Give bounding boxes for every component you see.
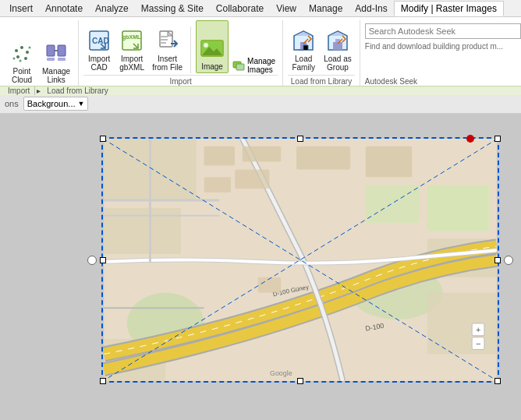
svg-text:gbXML: gbXML <box>122 34 141 41</box>
dropdown-arrow-icon: ▼ <box>78 100 85 108</box>
view-select[interactable]: Backgroun... ▼ <box>23 97 89 111</box>
manage-images-icon <box>232 59 245 72</box>
insert-from-file-button[interactable]: Insertfrom File <box>149 20 186 73</box>
handle-bottom[interactable] <box>297 378 303 384</box>
group-inner-import: CAD ImportCAD gbXML <box>83 20 278 73</box>
ribbon-bottom-import: Import <box>3 86 35 95</box>
svg-rect-18 <box>160 39 168 41</box>
menu-annotate[interactable]: Annotate <box>39 2 89 16</box>
handle-top[interactable] <box>297 136 303 142</box>
menu-collaborate[interactable]: Collaborate <box>210 2 270 16</box>
manage-links-label: ManageLinks <box>42 67 70 84</box>
circle-handle-right[interactable] <box>504 256 513 265</box>
canvas-area: D-100 D-100 Güney Google + − <box>0 114 521 420</box>
menu-manage[interactable]: Manage <box>303 2 349 16</box>
insert-file-icon <box>155 28 180 53</box>
import-gbxml-icon: gbXML <box>119 28 144 53</box>
manage-links-icon <box>44 41 69 65</box>
load-family-button[interactable]: LoadFamily <box>288 20 319 73</box>
import-cad-icon: CAD <box>87 28 112 53</box>
group-inner-library: LoadFamily <box>288 20 355 73</box>
svg-text:Google: Google <box>270 369 292 377</box>
svg-point-4 <box>24 57 27 60</box>
menu-bar: Insert Annotate Analyze Massing & Site C… <box>0 0 521 17</box>
import-group-label: Import <box>83 75 278 86</box>
svg-rect-10 <box>47 58 55 61</box>
load-group-icon <box>325 28 350 53</box>
image-label: Image <box>201 62 223 71</box>
circle-handle-left[interactable] <box>87 256 97 265</box>
group-divider-import <box>190 26 191 73</box>
load-as-group-label: Load asGroup <box>324 55 352 72</box>
point-cloud-button[interactable]: PointCloud <box>6 33 37 86</box>
svg-point-1 <box>20 46 23 49</box>
svg-rect-39 <box>427 292 497 354</box>
map-container[interactable]: D-100 D-100 Güney Google + − <box>101 137 499 383</box>
red-indicator <box>466 135 474 143</box>
search-description: Find and download building product m... <box>365 42 521 51</box>
svg-rect-8 <box>47 45 55 56</box>
menu-view[interactable]: View <box>270 2 303 16</box>
menu-addins[interactable]: Add-Ins <box>349 2 393 16</box>
ribbon-bottom-arrow: ▸ <box>35 86 42 95</box>
point-cloud-icon <box>9 41 34 65</box>
menu-modify-raster[interactable]: Modify | Raster Images <box>394 1 504 16</box>
svg-point-5 <box>13 58 16 60</box>
import-gbxml-label: ImportgbXML <box>119 55 144 72</box>
svg-rect-52 <box>235 169 269 189</box>
load-as-group-button[interactable]: Load asGroup <box>321 20 355 73</box>
ribbon-top: PointCloud ManageLinks <box>0 17 521 86</box>
ribbon-group-links: PointCloud ManageLinks <box>3 20 79 86</box>
svg-rect-48 <box>243 146 281 162</box>
import-cad-button[interactable]: CAD ImportCAD <box>83 20 115 73</box>
handle-left[interactable] <box>100 257 106 263</box>
view-select-label: Backgroun... <box>27 99 76 108</box>
manage-images-button[interactable]: ManageImages <box>230 58 278 73</box>
svg-point-6 <box>29 47 31 49</box>
ribbon-bottom-library: Load from Library <box>42 86 112 95</box>
load-family-label: LoadFamily <box>292 55 314 72</box>
image-icon <box>200 36 225 61</box>
menu-analyze[interactable]: Analyze <box>89 2 135 16</box>
image-button[interactable]: Image <box>196 20 229 73</box>
menu-massing[interactable]: Massing & Site <box>135 2 210 16</box>
handle-top-right[interactable] <box>494 136 501 142</box>
svg-text:−: − <box>476 339 480 348</box>
manage-images-label: ManageImages <box>247 57 275 74</box>
group-wrap-import: CAD ImportCAD gbXML <box>83 20 278 86</box>
import-cad-label: ImportCAD <box>88 55 110 72</box>
ribbon-group-search: Find and download building product m... … <box>362 20 521 86</box>
group-inner-links: PointCloud ManageLinks <box>6 20 73 86</box>
handle-right[interactable] <box>494 257 501 263</box>
group-wrap-library: LoadFamily <box>288 20 355 86</box>
autodesk-seek-label: Autodesk Seek <box>365 77 417 86</box>
menu-insert[interactable]: Insert <box>3 2 39 16</box>
svg-point-0 <box>15 49 18 52</box>
svg-rect-49 <box>296 146 350 170</box>
svg-rect-19 <box>160 42 166 44</box>
manage-images-col: ManageImages <box>230 58 278 73</box>
sub-toolbar: ons Backgroun... ▼ <box>0 94 521 114</box>
group-wrap-links: PointCloud ManageLinks <box>6 20 73 86</box>
import-gbxml-button[interactable]: gbXML ImportgbXML <box>116 20 147 73</box>
insert-from-file-label: Insertfrom File <box>152 55 183 72</box>
svg-rect-35 <box>366 185 420 223</box>
ribbon-bottom-bar: Import ▸ Load from Library <box>0 86 521 95</box>
ribbon-group-import: CAD ImportCAD gbXML <box>80 20 283 86</box>
svg-rect-47 <box>204 146 235 166</box>
svg-rect-51 <box>204 177 232 192</box>
svg-rect-53 <box>258 277 282 293</box>
ribbon: PointCloud ManageLinks <box>0 17 521 94</box>
svg-point-2 <box>26 51 29 54</box>
svg-rect-17 <box>160 36 168 37</box>
ribbon-group-library: LoadFamily <box>285 20 360 86</box>
search-input[interactable] <box>365 23 521 39</box>
manage-links-button[interactable]: ManageLinks <box>39 33 73 86</box>
handle-top-left[interactable] <box>100 136 106 142</box>
handle-bottom-right[interactable] <box>494 378 501 384</box>
sub-mode-label: ons <box>5 99 19 108</box>
svg-text:+: + <box>476 325 480 334</box>
svg-point-3 <box>16 55 19 58</box>
load-family-icon <box>291 28 316 53</box>
handle-bottom-left[interactable] <box>100 378 106 384</box>
